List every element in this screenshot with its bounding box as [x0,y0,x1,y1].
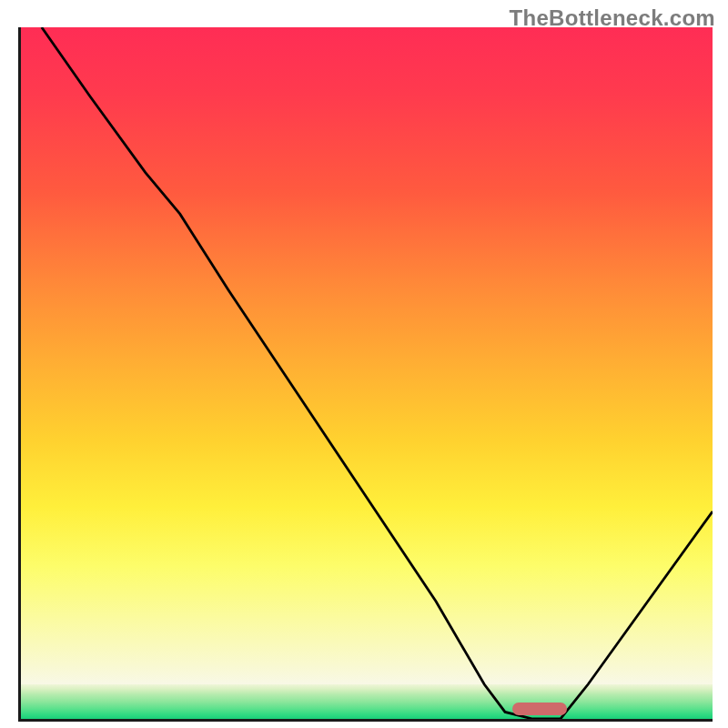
plot-area [18,27,713,722]
line-series [21,27,713,719]
optimal-marker [512,703,568,715]
chart-container: TheBottleneck.com [0,0,728,728]
bottleneck-curve-path [42,27,713,719]
